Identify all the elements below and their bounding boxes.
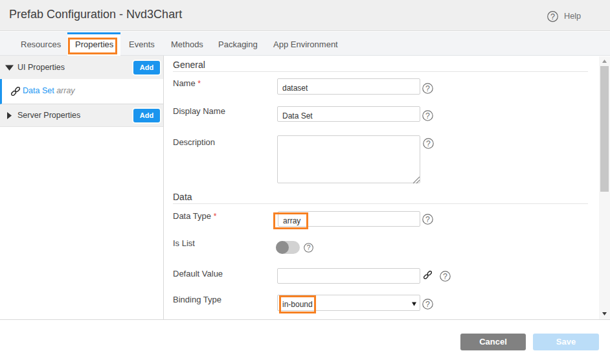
svg-text:?: ? xyxy=(426,139,431,148)
svg-text:?: ? xyxy=(425,84,430,93)
svg-text:?: ? xyxy=(443,272,447,281)
svg-text:?: ? xyxy=(425,300,430,309)
svg-text:?: ? xyxy=(550,12,555,21)
svg-text:?: ? xyxy=(425,215,430,224)
svg-text:?: ? xyxy=(306,244,310,251)
svg-text:?: ? xyxy=(425,111,430,120)
